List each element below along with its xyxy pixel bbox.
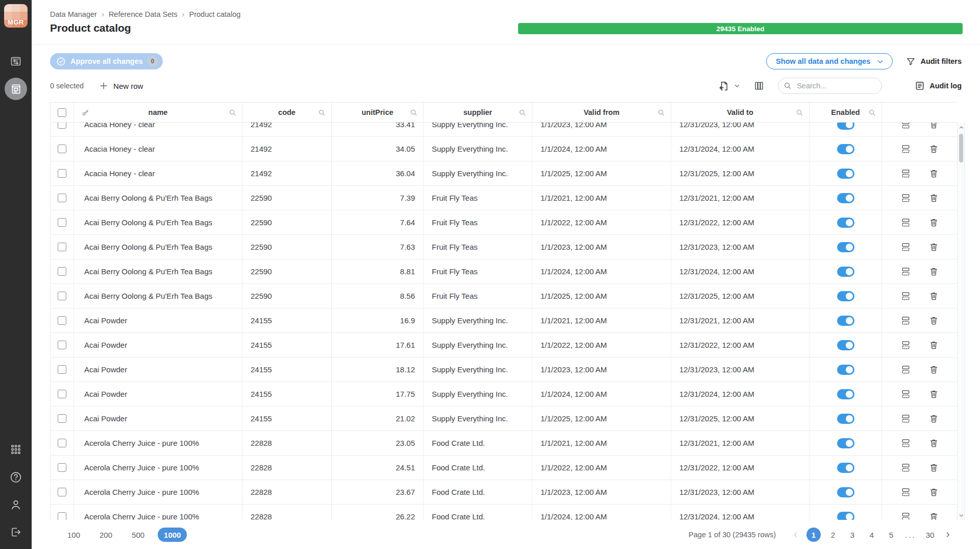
column-search-icon[interactable]	[519, 109, 526, 116]
audit-log-button[interactable]: Audit log	[915, 81, 962, 91]
enabled-toggle[interactable]	[837, 291, 854, 301]
cell-name[interactable]: Acacia Honey - clear	[74, 137, 242, 161]
duplicate-row-icon[interactable]	[901, 169, 911, 178]
cell-valid-to[interactable]: 12/31/2025, 12:00 AM	[671, 284, 810, 308]
delete-row-icon[interactable]	[929, 414, 939, 423]
row-checkbox[interactable]	[58, 439, 66, 447]
row-checkbox[interactable]	[58, 316, 66, 325]
dataset-icon[interactable]	[5, 78, 27, 100]
enabled-toggle[interactable]	[837, 242, 854, 252]
cell-unitPrice[interactable]: 21.02	[332, 407, 424, 431]
cell-code[interactable]: 24155	[242, 333, 332, 357]
cell-valid-to[interactable]: 12/31/2021, 12:00 AM	[671, 308, 810, 332]
scroll-up-icon[interactable]	[959, 125, 964, 130]
duplicate-row-icon[interactable]	[901, 267, 911, 276]
cell-code[interactable]: 21492	[242, 137, 332, 161]
delete-row-icon[interactable]	[929, 123, 939, 129]
row-checkbox[interactable]	[58, 243, 66, 251]
cell-valid-to[interactable]: 12/31/2024, 12:00 AM	[671, 259, 810, 283]
select-all-checkbox[interactable]	[58, 108, 66, 117]
cell-valid-from[interactable]: 1/1/2025, 12:00 AM	[532, 407, 671, 431]
cell-supplier[interactable]: Fruit Fly Teas	[424, 210, 532, 234]
page-5[interactable]: 5	[884, 528, 898, 542]
duplicate-row-icon[interactable]	[901, 291, 911, 301]
page-4[interactable]: 4	[865, 528, 879, 542]
cell-valid-from[interactable]: 1/1/2025, 12:00 AM	[532, 161, 671, 185]
audit-filters-button[interactable]: Audit filters	[906, 57, 962, 66]
duplicate-row-icon[interactable]	[901, 123, 911, 129]
cell-code[interactable]: 24155	[242, 357, 332, 381]
cell-code[interactable]: 22828	[242, 431, 332, 455]
enabled-toggle[interactable]	[837, 512, 854, 520]
column-header-enabled[interactable]: Enabled	[810, 103, 882, 122]
app-logo[interactable]: MGR	[4, 4, 28, 28]
cell-valid-from[interactable]: 1/1/2023, 12:00 AM	[532, 235, 671, 259]
cell-code[interactable]: 22590	[242, 235, 332, 259]
cell-name[interactable]: Acai Berry Oolong & Pu'Erh Tea Bags	[74, 210, 242, 234]
row-checkbox[interactable]	[58, 145, 66, 153]
cell-code[interactable]: 21492	[242, 123, 332, 136]
logout-icon[interactable]	[10, 526, 22, 538]
delete-row-icon[interactable]	[929, 365, 939, 374]
row-checkbox[interactable]	[58, 194, 66, 202]
column-header-code[interactable]: code	[242, 103, 332, 122]
search-input[interactable]	[778, 78, 882, 94]
delete-row-icon[interactable]	[929, 193, 939, 203]
cell-unitPrice[interactable]: 26.22	[332, 505, 424, 520]
duplicate-row-icon[interactable]	[901, 316, 911, 325]
show-all-data-dropdown[interactable]: Show all data and changes	[766, 53, 893, 69]
cell-code[interactable]: 22590	[242, 259, 332, 283]
page-1[interactable]: 1	[806, 528, 821, 542]
column-search-icon[interactable]	[796, 109, 803, 116]
scrollbar-thumb[interactable]	[959, 134, 963, 162]
cell-valid-to[interactable]: 12/31/2021, 12:00 AM	[671, 431, 810, 455]
cell-valid-from[interactable]: 1/1/2023, 12:00 AM	[532, 357, 671, 381]
previous-page-icon[interactable]	[790, 531, 801, 538]
row-checkbox[interactable]	[58, 169, 66, 178]
cell-name[interactable]: Acacia Honey - clear	[74, 123, 242, 136]
cell-name[interactable]: Acerola Cherry Juice - pure 100%	[74, 505, 242, 520]
row-checkbox[interactable]	[58, 218, 66, 227]
duplicate-row-icon[interactable]	[901, 340, 911, 350]
duplicate-row-icon[interactable]	[901, 242, 911, 252]
page-size-1000[interactable]: 1000	[158, 528, 187, 542]
enabled-toggle[interactable]	[837, 316, 854, 326]
cell-supplier[interactable]: Fruit Fly Teas	[424, 235, 532, 259]
cell-valid-to[interactable]: 12/31/2025, 12:00 AM	[671, 407, 810, 431]
enabled-toggle[interactable]	[837, 438, 854, 448]
duplicate-row-icon[interactable]	[901, 144, 911, 154]
enabled-toggle[interactable]	[837, 414, 854, 424]
delete-row-icon[interactable]	[929, 487, 939, 497]
cell-valid-to[interactable]: 12/31/2024, 12:00 AM	[671, 382, 810, 406]
cell-name[interactable]: Acai Powder	[74, 333, 242, 357]
cell-name[interactable]: Acai Berry Oolong & Pu'Erh Tea Bags	[74, 259, 242, 283]
cell-supplier[interactable]: Supply Everything Inc.	[424, 407, 532, 431]
column-search-icon[interactable]	[657, 109, 665, 116]
cell-valid-to[interactable]: 12/31/2025, 12:00 AM	[671, 161, 810, 185]
cell-valid-from[interactable]: 1/1/2022, 12:00 AM	[532, 333, 671, 357]
row-checkbox[interactable]	[58, 390, 66, 398]
cell-name[interactable]: Acai Powder	[74, 407, 242, 431]
delete-row-icon[interactable]	[929, 389, 939, 399]
column-search-icon[interactable]	[318, 109, 326, 116]
cell-unitPrice[interactable]: 23.67	[332, 480, 424, 504]
page-3[interactable]: 3	[845, 528, 860, 542]
cell-valid-to[interactable]: 12/31/2023, 12:00 AM	[671, 357, 810, 381]
apps-grid-icon[interactable]	[10, 443, 22, 456]
duplicate-row-icon[interactable]	[901, 487, 911, 497]
cell-code[interactable]: 22590	[242, 210, 332, 234]
cell-unitPrice[interactable]: 17.61	[332, 333, 424, 357]
cell-unitPrice[interactable]: 7.63	[332, 235, 424, 259]
cell-supplier[interactable]: Supply Everything Inc.	[424, 357, 532, 381]
cell-valid-from[interactable]: 1/1/2022, 12:00 AM	[532, 210, 671, 234]
cell-code[interactable]: 22828	[242, 505, 332, 520]
vertical-scrollbar[interactable]	[957, 123, 965, 520]
user-icon[interactable]	[10, 498, 22, 511]
delete-row-icon[interactable]	[929, 291, 939, 301]
columns-button[interactable]	[753, 80, 765, 91]
cell-code[interactable]: 22828	[242, 456, 332, 480]
cell-valid-from[interactable]: 1/1/2024, 12:00 AM	[532, 505, 671, 520]
row-checkbox[interactable]	[58, 463, 66, 472]
duplicate-row-icon[interactable]	[901, 414, 911, 423]
cell-valid-to[interactable]: 12/31/2024, 12:00 AM	[671, 505, 810, 520]
